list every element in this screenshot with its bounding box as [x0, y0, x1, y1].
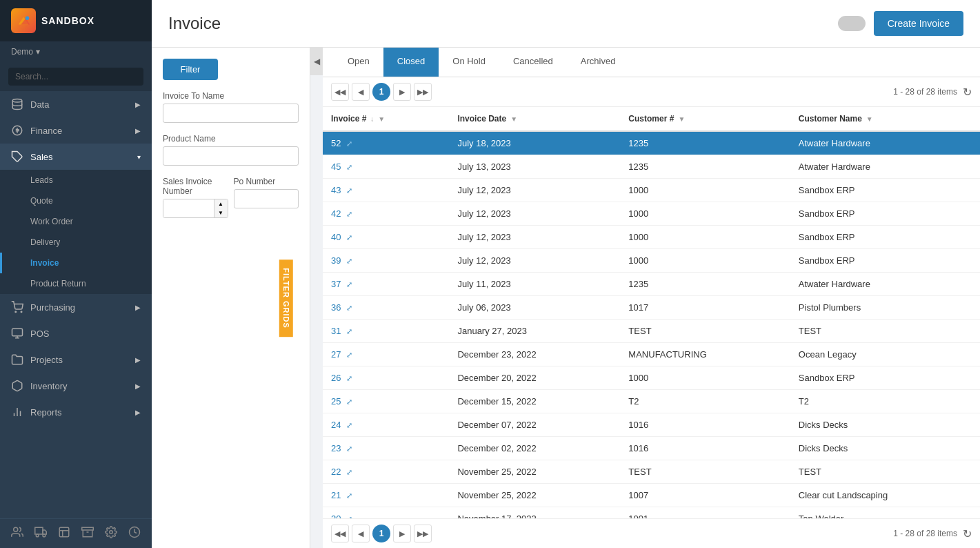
invoice-number[interactable]: 24	[331, 420, 341, 430]
next-page-button-bottom[interactable]: ▶	[393, 525, 411, 542]
expand-icon[interactable]: ⤢	[346, 327, 352, 335]
invoice-number[interactable]: 43	[331, 185, 341, 195]
invoice-number[interactable]: 26	[331, 373, 341, 383]
prev-page-button-bottom[interactable]: ◀	[352, 525, 370, 542]
expand-icon[interactable]: ⤢	[346, 351, 352, 359]
expand-icon[interactable]: ⤢	[346, 139, 352, 148]
table-row[interactable]: 20 ⤢ November 17, 2022 1001 Top Welder	[323, 507, 980, 519]
refresh-button[interactable]: ↻	[963, 86, 972, 99]
settings-icon[interactable]	[105, 526, 117, 541]
table-row[interactable]: 27 ⤢ December 23, 2022 MANUFACTURING Oce…	[323, 343, 980, 366]
filter-button[interactable]: Filter	[163, 59, 218, 80]
view-toggle[interactable]	[838, 16, 866, 31]
expand-icon[interactable]: ⤢	[346, 398, 352, 406]
filter-icon[interactable]: ▼	[866, 115, 873, 123]
invoice-number[interactable]: 39	[331, 255, 341, 266]
expand-icon[interactable]: ⤢	[346, 304, 352, 312]
next-page-button[interactable]: ▶	[393, 83, 411, 101]
sidebar-item-purchasing[interactable]: Purchasing ▶	[0, 294, 152, 320]
table-row[interactable]: 24 ⤢ December 07, 2022 1016 Dicks Decks	[323, 413, 980, 437]
filter-icon[interactable]: ▼	[678, 115, 685, 123]
expand-icon[interactable]: ⤢	[346, 257, 352, 265]
chart-bar-icon[interactable]	[58, 526, 70, 541]
sidebar-item-finance[interactable]: Finance ▶	[0, 117, 152, 144]
expand-icon[interactable]: ⤢	[346, 163, 352, 171]
invoice-to-name-input[interactable]	[163, 104, 299, 123]
create-invoice-button[interactable]: Create Invoice	[874, 11, 963, 36]
sidebar-item-leads[interactable]: Leads	[0, 170, 152, 190]
last-page-button[interactable]: ▶▶	[414, 83, 432, 101]
sidebar-item-sales[interactable]: Sales ▾	[0, 144, 152, 170]
invoice-number[interactable]: 20	[331, 513, 341, 518]
expand-icon[interactable]: ⤢	[346, 468, 352, 476]
table-row[interactable]: 23 ⤢ December 02, 2022 1016 Dicks Decks	[323, 437, 980, 460]
invoice-number[interactable]: 36	[331, 302, 341, 313]
expand-icon[interactable]: ⤢	[346, 444, 352, 453]
sidebar-item-delivery[interactable]: Delivery	[0, 232, 152, 253]
table-row[interactable]: 42 ⤢ July 12, 2023 1000 Sandbox ERP	[323, 202, 980, 226]
table-row[interactable]: 45 ⤢ July 13, 2023 1235 Atwater Hardware	[323, 155, 980, 179]
invoice-number[interactable]: 21	[331, 490, 341, 500]
search-input[interactable]	[8, 68, 143, 86]
sidebar-item-inventory[interactable]: Inventory ▶	[0, 373, 152, 399]
invoice-number[interactable]: 31	[331, 326, 341, 336]
table-row[interactable]: 43 ⤢ July 12, 2023 1000 Sandbox ERP	[323, 179, 980, 202]
tab-closed[interactable]: Closed	[383, 48, 439, 77]
table-row[interactable]: 22 ⤢ November 25, 2022 TEST TEST	[323, 460, 980, 484]
invoice-number[interactable]: 37	[331, 279, 341, 289]
product-name-input[interactable]	[163, 146, 299, 166]
invoice-number[interactable]: 42	[331, 208, 341, 219]
tab-open[interactable]: Open	[334, 48, 383, 77]
sidebar-item-projects[interactable]: Projects ▶	[0, 346, 152, 373]
users-icon[interactable]	[11, 526, 23, 541]
sidebar-item-data[interactable]: Data ▶	[0, 91, 152, 117]
refresh-button-bottom[interactable]: ↻	[963, 527, 972, 540]
prev-page-button[interactable]: ◀	[352, 83, 370, 101]
sidebar-item-pos[interactable]: POS	[0, 320, 152, 346]
clock-icon[interactable]	[128, 526, 141, 541]
invoice-number[interactable]: 22	[331, 467, 341, 477]
sales-invoice-number-value[interactable]	[163, 199, 214, 217]
sort-icon[interactable]: ↓	[370, 115, 374, 123]
expand-icon[interactable]: ⤢	[346, 233, 352, 242]
table-row[interactable]: 31 ⤢ January 27, 2023 TEST TEST	[323, 320, 980, 343]
collapse-panel-button[interactable]: ◀	[310, 48, 323, 75]
invoice-number[interactable]: 25	[331, 396, 341, 407]
sidebar-item-invoice[interactable]: Invoice	[0, 253, 152, 273]
sidebar-item-quote[interactable]: Quote	[0, 190, 152, 211]
last-page-button-bottom[interactable]: ▶▶	[414, 525, 432, 542]
table-row[interactable]: 37 ⤢ July 11, 2023 1235 Atwater Hardware	[323, 273, 980, 296]
tab-cancelled[interactable]: Cancelled	[499, 48, 567, 77]
expand-icon[interactable]: ⤢	[346, 491, 352, 500]
po-number-input[interactable]	[234, 189, 299, 208]
table-row[interactable]: 36 ⤢ July 06, 2023 1017 Pistol Plumbers	[323, 296, 980, 320]
tab-archived[interactable]: Archived	[567, 48, 630, 77]
spinner-down[interactable]: ▼	[214, 208, 228, 217]
first-page-button-bottom[interactable]: ◀◀	[331, 525, 349, 542]
filter-icon[interactable]: ▼	[510, 115, 517, 123]
table-row[interactable]: 39 ⤢ July 12, 2023 1000 Sandbox ERP	[323, 249, 980, 273]
invoice-number[interactable]: 52	[331, 138, 341, 148]
user-menu[interactable]: Demo ▾	[0, 41, 152, 62]
sidebar-item-product-return[interactable]: Product Return	[0, 273, 152, 294]
table-row[interactable]: 52 ⤢ July 18, 2023 1235 Atwater Hardware	[323, 131, 980, 155]
expand-icon[interactable]: ⤢	[346, 374, 352, 382]
invoice-number[interactable]: 45	[331, 162, 341, 172]
truck-icon[interactable]	[34, 526, 47, 541]
expand-icon[interactable]: ⤢	[346, 186, 352, 195]
expand-icon[interactable]: ⤢	[346, 280, 352, 288]
table-row[interactable]: 40 ⤢ July 12, 2023 1000 Sandbox ERP	[323, 226, 980, 249]
tab-on-hold[interactable]: On Hold	[439, 48, 499, 77]
table-row[interactable]: 21 ⤢ November 25, 2022 1007 Clear cut La…	[323, 484, 980, 507]
invoice-number[interactable]: 23	[331, 443, 341, 453]
invoice-number[interactable]: 27	[331, 349, 341, 360]
expand-icon[interactable]: ⤢	[346, 210, 352, 218]
sidebar-item-reports[interactable]: Reports ▶	[0, 399, 152, 425]
invoice-number[interactable]: 40	[331, 232, 341, 242]
table-row[interactable]: 25 ⤢ December 15, 2022 T2 T2	[323, 390, 980, 413]
filter-icon[interactable]: ▼	[378, 115, 385, 123]
spinner-up[interactable]: ▲	[214, 199, 228, 208]
first-page-button[interactable]: ◀◀	[331, 83, 349, 101]
sidebar-item-work-order[interactable]: Work Order	[0, 211, 152, 232]
archive-icon[interactable]	[81, 526, 94, 541]
